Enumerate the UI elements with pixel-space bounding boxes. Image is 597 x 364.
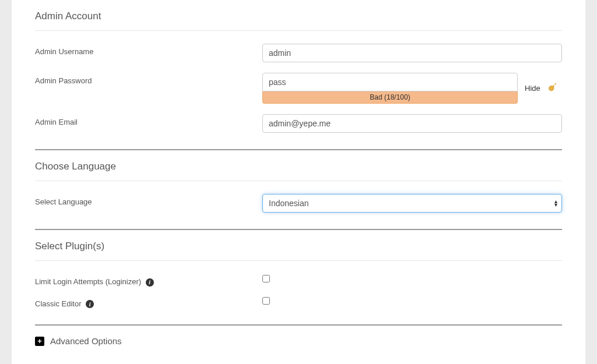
admin-password-input[interactable] xyxy=(262,73,518,91)
admin-password-label: Admin Password xyxy=(35,73,262,85)
key-icon[interactable] xyxy=(547,82,559,95)
plus-icon: + xyxy=(35,337,44,346)
admin-username-input[interactable] xyxy=(262,44,562,62)
admin-username-label: Admin Username xyxy=(35,44,262,56)
choose-language-header: Choose Language xyxy=(35,150,562,181)
plugin-loginizer-checkbox[interactable] xyxy=(262,275,270,282)
password-strength-indicator: Bad (18/100) xyxy=(262,91,518,104)
plugin-loginizer-label: Limit Login Attempts (Loginizer) i xyxy=(35,274,262,287)
advanced-options-toggle[interactable]: + Advanced Options xyxy=(35,326,562,352)
svg-rect-3 xyxy=(554,83,557,86)
plugin-classic-editor-label: Classic Editor i xyxy=(35,296,262,309)
language-select[interactable]: Indonesian xyxy=(262,194,562,213)
select-language-label: Select Language xyxy=(35,194,262,206)
plugin-classic-editor-checkbox[interactable] xyxy=(262,297,270,305)
info-icon[interactable]: i xyxy=(86,300,94,308)
admin-email-label: Admin Email xyxy=(35,114,262,126)
admin-email-input[interactable] xyxy=(262,114,562,133)
advanced-options-label: Advanced Options xyxy=(50,336,122,346)
info-icon[interactable]: i xyxy=(146,278,154,287)
select-plugins-header: Select Plugin(s) xyxy=(35,230,562,261)
admin-account-header: Admin Account xyxy=(35,0,562,31)
hide-password-link[interactable]: Hide xyxy=(525,84,540,93)
